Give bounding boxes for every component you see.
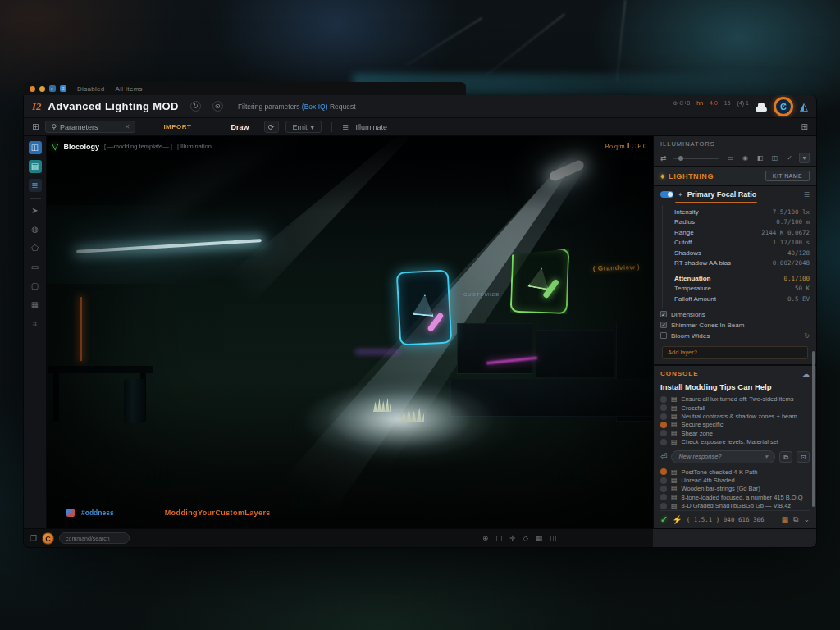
prop-value[interactable]: 0.1/100 — [783, 275, 810, 282]
rotate-button[interactable]: ⟳ — [264, 121, 279, 133]
confirm-icon[interactable]: ✓ — [784, 153, 795, 163]
command-search-input[interactable] — [66, 536, 115, 541]
prop-value[interactable]: 0.7/100 m — [776, 218, 810, 226]
prop-value[interactable]: 40/128 — [788, 249, 810, 257]
tab-draw[interactable]: Draw — [231, 123, 249, 131]
hat-icon[interactable] — [756, 106, 767, 112]
grid-orange-icon[interactable]: ▦ — [782, 515, 789, 524]
property-row[interactable]: Cutoff1.17/100 s — [674, 238, 810, 249]
info-button[interactable]: ʘ — [212, 101, 223, 112]
checkbox-row[interactable]: ✓Shimmer Cones In Beam — [660, 320, 810, 331]
add-circle-icon[interactable]: ⊕ — [482, 534, 488, 542]
sidebar-slider[interactable] — [673, 158, 719, 159]
prop-value[interactable]: 2144 K 0.0672 — [761, 229, 810, 236]
response-select[interactable]: New response? ▾ — [671, 450, 775, 463]
lighting-section-header[interactable]: ♦ LIGHTNING KIT NAME — [654, 166, 816, 186]
window-badge-blue[interactable]: ▸ — [49, 85, 56, 92]
panels-icon[interactable]: ▤ — [29, 160, 42, 173]
command-search-field[interactable] — [59, 532, 130, 544]
prop-value[interactable]: 1.17/100 s — [773, 239, 810, 246]
console-item[interactable]: ▤Neutral contrasts & shadow zones + beam — [660, 412, 810, 420]
box-icon[interactable]: ▢ — [29, 280, 42, 293]
window-badge-blue2[interactable]: ≡ — [60, 85, 66, 92]
window-icon[interactable]: ❐ — [30, 534, 37, 542]
prop-value[interactable]: 0.5 EV — [788, 295, 810, 303]
property-row[interactable]: Intensity7.5/100 lx — [674, 207, 810, 217]
property-row[interactable]: Radius0.7/100 m — [674, 217, 810, 228]
console-item[interactable]: ▤8-tone-loaded focused, a number 415 B.O… — [660, 493, 810, 501]
cyber-badge-icon[interactable]: Ȼ — [774, 97, 793, 116]
tab-all-items[interactable]: All Items — [116, 85, 143, 93]
console-item[interactable]: ▤Unread 4th Shaded — [660, 476, 810, 484]
refresh-icon[interactable]: ↻ — [804, 332, 810, 340]
target-icon[interactable]: ◉ — [740, 153, 751, 163]
console-item[interactable]: ▤Shear zone — [660, 429, 810, 437]
property-row[interactable]: Range2144 K 0.0672 — [674, 227, 810, 238]
prop-value[interactable]: 0.002/2048 — [773, 259, 810, 267]
tag-icon[interactable]: ⌗ — [29, 317, 42, 331]
plus-icon[interactable]: ✛ — [509, 534, 515, 542]
grid-icon[interactable]: ▦ — [536, 534, 542, 542]
crop-icon[interactable]: ▭ — [725, 153, 736, 163]
hamburger-icon[interactable]: ☰ — [804, 191, 810, 199]
checkbox-row[interactable]: ✓Dimensions — [660, 309, 810, 320]
window-dot-orange[interactable] — [30, 86, 35, 92]
property-row[interactable]: Falloff Amount0.5 EV — [674, 294, 810, 304]
polygon-icon[interactable]: ⬠ — [29, 242, 42, 255]
frame-icon[interactable]: ▭ — [29, 261, 42, 274]
avatar[interactable]: C — [42, 532, 54, 545]
collapse-button[interactable]: ▾ — [799, 153, 810, 163]
compare-icon[interactable]: ◧ — [755, 153, 765, 163]
console-item[interactable]: ▤3-D Graded ShadTbGBGb Gb — V.B.4z — [660, 502, 810, 510]
layout-grid-icon[interactable]: ⊞ — [801, 122, 808, 131]
sync-button[interactable]: ↻ — [190, 101, 201, 112]
clear-search-icon[interactable]: ✕ — [125, 123, 130, 130]
swap-icon[interactable]: ⇄ — [660, 154, 667, 162]
grid-menu-icon[interactable]: ⊞ — [32, 122, 39, 131]
property-row[interactable]: Temperature50 K — [674, 284, 810, 294]
checkbox-checked-icon[interactable]: ✓ — [660, 311, 667, 317]
console-item[interactable]: ▤Crossfall — [660, 404, 810, 412]
layers-icon[interactable]: ≣ — [29, 179, 42, 192]
focal-toggle[interactable] — [660, 191, 673, 198]
users-icon[interactable]: ◫ — [29, 141, 42, 154]
console-item[interactable]: ▤Ensure all lux turned off: Two-sided it… — [660, 395, 810, 404]
console-item[interactable]: ▤PostTone-checked 4-K Path — [660, 468, 810, 476]
checkbox-row[interactable]: Bloom Wides↻ — [660, 331, 810, 341]
viewport-canvas[interactable]: ( Grandview ) CUSTOMIZE — [47, 136, 653, 528]
diamond-icon[interactable]: ◇ — [523, 534, 528, 542]
console-item[interactable]: ▤Check exposure levels: Material set — [660, 438, 810, 446]
filter-status-link[interactable]: (Box.IQ) — [302, 103, 328, 111]
prop-value[interactable]: 7.5/100 lx — [773, 208, 810, 216]
more-icon[interactable]: ⌄ — [803, 515, 810, 524]
duplicate-icon[interactable]: ◫ — [769, 153, 780, 163]
search-input[interactable]: ⚲ Parameters ✕ — [45, 121, 135, 133]
checkbox-icon[interactable] — [660, 332, 667, 339]
add-layer-field[interactable]: Add layer? — [662, 346, 808, 359]
cloud-icon[interactable]: ☁ — [802, 370, 810, 378]
console-item[interactable]: ▤Secure specific — [660, 421, 810, 429]
illuminate-label[interactable]: Illuminate — [355, 123, 387, 131]
send-button[interactable]: ⊡ — [797, 451, 810, 463]
globe-icon[interactable]: ◍ — [29, 223, 42, 236]
cursor-icon[interactable]: ➤ — [29, 204, 42, 217]
prop-value[interactable]: 50 K — [795, 285, 810, 292]
tab-emit[interactable]: Emit ▾ — [285, 121, 322, 133]
frame-icon[interactable]: ▢ — [495, 534, 502, 542]
sliders-icon[interactable]: ≣ — [342, 122, 349, 131]
watermark-handle[interactable]: #oddness — [81, 509, 114, 517]
columns-icon[interactable]: ◫ — [550, 534, 556, 542]
sidebar-scrollbar[interactable] — [812, 351, 815, 507]
import-button[interactable]: IMPORT — [163, 123, 191, 130]
checkbox-checked-icon[interactable]: ✓ — [660, 322, 667, 328]
stack-icon[interactable]: ▦ — [29, 299, 42, 312]
property-row[interactable]: Attenuation0.1/100 — [674, 273, 810, 284]
tab-disabled[interactable]: Disabled — [77, 85, 105, 93]
console-item[interactable]: ▤Wooden bar-strings (Gd Bar) — [660, 485, 810, 493]
kit-name-button[interactable]: KIT NAME — [765, 171, 810, 181]
property-row[interactable]: RT shadow AA bias0.002/2048 — [674, 258, 810, 269]
property-row[interactable]: Shadows40/128 — [674, 248, 810, 258]
copy-button[interactable]: ⧉ — [779, 451, 792, 463]
triangle-badge-icon[interactable]: ◭ — [800, 100, 808, 112]
window-dot-amber[interactable] — [39, 86, 45, 92]
